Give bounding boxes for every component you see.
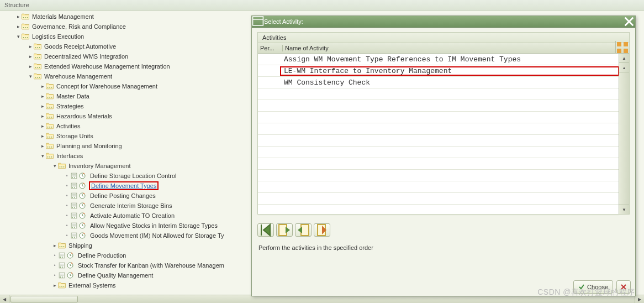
scroll-up-icon[interactable]: ▲ (619, 54, 629, 63)
activity-row-empty[interactable] (258, 88, 619, 100)
expand-icon[interactable]: ▸ (40, 123, 45, 129)
dialog-titlebar: Select Activity: (252, 16, 635, 28)
activity-row-empty[interactable] (258, 100, 619, 112)
svg-point-140 (61, 286, 62, 287)
svg-point-26 (37, 77, 38, 78)
document-icon (57, 271, 66, 279)
svg-point-59 (51, 156, 52, 158)
svg-point-58 (49, 156, 50, 158)
svg-rect-146 (617, 42, 621, 46)
tree-node-label: Logistics Execution (30, 33, 84, 40)
choose-button[interactable]: Choose (573, 280, 613, 294)
activity-row-empty[interactable] (258, 147, 619, 158)
leaf-icon: • (64, 203, 70, 208)
svg-point-2 (25, 17, 26, 18)
activity-row-empty[interactable] (258, 158, 619, 170)
tree-node-label: Hazardous Materials (54, 113, 112, 119)
tree-node-label: Define Quality Management (76, 272, 153, 279)
collapse-icon[interactable]: ▾ (28, 74, 33, 79)
svg-point-7 (27, 27, 28, 28)
svg-point-14 (37, 47, 38, 48)
expand-icon[interactable]: ▸ (40, 93, 45, 99)
tree-node-label: External Systems (66, 282, 116, 289)
expand-icon[interactable]: ▸ (40, 113, 45, 119)
svg-point-89 (72, 207, 73, 208)
document-icon (70, 172, 78, 180)
svg-point-9 (23, 37, 24, 38)
expand-icon[interactable]: ▸ (40, 143, 45, 149)
cancel-button[interactable] (616, 280, 631, 294)
next-page-button[interactable] (295, 223, 312, 237)
expand-icon[interactable]: ▸ (15, 14, 21, 19)
activity-row[interactable]: Assign WM Movement Type References to IM… (258, 54, 619, 65)
svg-point-31 (51, 87, 52, 88)
scroll-left-icon[interactable]: ◀ (0, 295, 9, 303)
tree-node-label: Define Storage Location Control (88, 173, 177, 179)
svg-point-129 (62, 267, 63, 268)
svg-point-27 (39, 77, 40, 78)
collapse-icon[interactable]: ▾ (52, 163, 57, 169)
tree-node-label: Stock Transfer for Kanban (with Warehous… (76, 262, 224, 269)
folder-icon (33, 53, 42, 60)
activity-row-empty[interactable] (258, 112, 619, 123)
tree-node-label: Generate Interim Storage Bins (88, 202, 172, 209)
svg-point-139 (60, 286, 61, 287)
scroll-down-icon[interactable]: ▼ (619, 205, 629, 214)
document-icon (57, 252, 66, 259)
close-icon[interactable] (623, 17, 635, 27)
expand-icon[interactable]: ▸ (28, 54, 33, 59)
activity-row[interactable]: WM Consistency Check (258, 77, 619, 88)
svg-point-23 (39, 67, 40, 68)
svg-point-22 (37, 67, 38, 68)
column-name[interactable]: Name of Activity (283, 45, 615, 51)
expand-icon[interactable]: ▸ (40, 83, 45, 89)
svg-point-45 (47, 127, 49, 128)
select-activity-dialog: Select Activity: Activities Per... Name … (251, 15, 636, 296)
prev-page-button[interactable] (276, 223, 293, 237)
leaf-icon: • (64, 213, 70, 218)
activity-name: WM Consistency Check (281, 79, 619, 87)
svg-point-75 (72, 187, 73, 188)
activities-grid[interactable]: Assign WM Movement Type References to IM… (258, 54, 619, 214)
expand-icon[interactable]: ▸ (52, 283, 57, 288)
expand-icon[interactable]: ▸ (52, 243, 57, 248)
scroll-thumb[interactable] (10, 296, 78, 302)
tree-node-label: Goods Receipt Automotive (42, 43, 116, 50)
last-page-button[interactable] (314, 223, 330, 237)
activity-row-empty[interactable] (258, 123, 619, 135)
svg-point-104 (74, 227, 75, 228)
expand-icon[interactable]: ▸ (40, 133, 45, 139)
expand-icon[interactable]: ▸ (28, 64, 33, 69)
column-performed[interactable]: Per... (258, 45, 283, 51)
panel-title: Structure (0, 0, 644, 11)
expand-icon[interactable]: ▸ (40, 103, 45, 109)
tree-node-label: Shipping (66, 242, 92, 249)
activity-row-empty[interactable] (258, 193, 619, 205)
activity-row[interactable]: LE-WM Interface to Inventory Management (258, 65, 619, 77)
tree-node-label: Decentralized WMS Integration (42, 53, 128, 60)
document-icon (70, 232, 78, 239)
activity-row-empty[interactable] (258, 135, 619, 147)
expand-icon[interactable]: ▸ (15, 24, 21, 29)
leaf-icon: • (64, 193, 70, 198)
first-page-button[interactable] (257, 223, 274, 237)
activity-row-empty[interactable] (258, 205, 619, 216)
activity-row-empty[interactable] (258, 170, 619, 181)
dialog-hint: Perform the activities in the specified … (257, 242, 630, 253)
collapse-icon[interactable]: ▾ (40, 153, 45, 159)
svg-point-76 (74, 187, 75, 188)
activities-group: Activities Per... Name of Activity Assig… (257, 32, 630, 215)
expand-icon[interactable]: ▸ (28, 44, 33, 49)
svg-point-135 (60, 276, 61, 278)
collapse-icon[interactable]: ▾ (15, 34, 21, 39)
svg-point-83 (74, 197, 75, 198)
leaf-icon: • (64, 183, 70, 189)
grid-vertical-scrollbar[interactable]: ▲ ▴ ▼ (619, 54, 629, 214)
tree-node-label: Inventory Management (66, 163, 131, 169)
document-icon (70, 212, 78, 220)
svg-point-141 (64, 286, 65, 287)
scroll-right-icon[interactable]: ▶ (635, 295, 644, 303)
scroll-top-icon[interactable]: ▴ (619, 63, 629, 72)
document-icon (70, 222, 78, 229)
activity-row-empty[interactable] (258, 181, 619, 193)
